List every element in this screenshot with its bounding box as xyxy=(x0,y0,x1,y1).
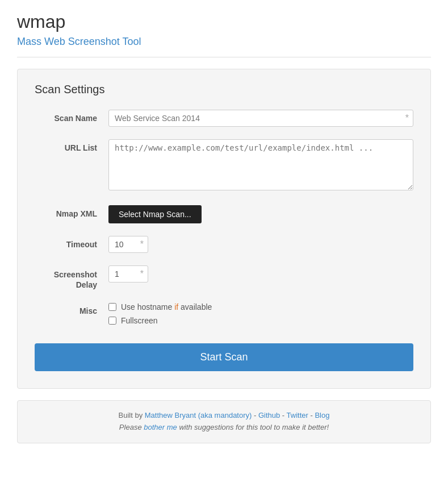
footer-sep3: - xyxy=(308,411,315,419)
footer-sep2: - xyxy=(280,411,286,419)
app-subtitle: Mass Web Screenshot Tool xyxy=(17,36,431,48)
misc-row: Misc Use hostname if available Fullscree… xyxy=(35,302,413,325)
footer-author-link[interactable]: Matthew Bryant (aka mandatory) xyxy=(145,411,252,419)
footer-line2: Please bother me with suggestions for th… xyxy=(27,422,421,434)
scan-name-asterisk: * xyxy=(405,113,409,123)
url-list-label: URL List xyxy=(35,139,108,152)
fullscreen-checkbox[interactable] xyxy=(108,317,116,325)
footer-twitter-link[interactable]: Twitter xyxy=(287,411,308,419)
scan-name-wrapper: * xyxy=(108,110,413,127)
start-scan-button[interactable]: Start Scan xyxy=(35,343,413,371)
footer-suffix: with suggestions for this tool to make i… xyxy=(177,423,329,431)
nmap-xml-label: Nmap XML xyxy=(35,205,108,218)
hostname-if-highlight: if xyxy=(174,302,178,311)
scan-name-control: * xyxy=(108,110,413,127)
timeout-input-wrapper: * xyxy=(108,236,148,253)
misc-label: Misc xyxy=(35,302,108,315)
footer-line1: Built by Matthew Bryant (aka mandatory) … xyxy=(27,410,421,422)
footer-please: Please xyxy=(119,423,144,431)
screenshot-delay-asterisk: * xyxy=(140,269,144,279)
nmap-xml-row: Nmap XML Select Nmap Scan... xyxy=(35,205,413,223)
scan-settings-card: Scan Settings Scan Name * URL List Nmap … xyxy=(17,69,431,389)
use-hostname-label[interactable]: Use hostname if available xyxy=(108,302,413,311)
footer-github-link[interactable]: Github xyxy=(258,411,280,419)
footer-blog-link[interactable]: Blog xyxy=(315,411,329,419)
app-title: wmap xyxy=(17,11,431,32)
fullscreen-label[interactable]: Fullscreen xyxy=(108,316,413,325)
url-list-control xyxy=(108,139,413,193)
nmap-xml-control: Select Nmap Scan... xyxy=(108,205,413,223)
screenshot-delay-input-wrapper: * xyxy=(108,265,148,283)
page-wrapper: wmap Mass Web Screenshot Tool Scan Setti… xyxy=(0,0,448,455)
misc-control: Use hostname if available Fullscreen xyxy=(108,302,413,325)
card-title: Scan Settings xyxy=(35,83,413,96)
fullscreen-text: Fullscreen xyxy=(121,316,158,325)
timeout-label: Timeout xyxy=(35,236,108,249)
screenshot-delay-label: ScreenshotDelay xyxy=(35,265,108,290)
timeout-asterisk: * xyxy=(140,239,144,250)
scan-name-row: Scan Name * xyxy=(35,110,413,127)
footer-card: Built by Matthew Bryant (aka mandatory) … xyxy=(17,400,431,443)
url-list-textarea[interactable] xyxy=(108,139,413,190)
divider xyxy=(17,57,431,57)
footer-sep1: - xyxy=(252,411,258,419)
use-hostname-checkbox[interactable] xyxy=(108,303,116,311)
timeout-row: Timeout * xyxy=(35,236,413,253)
timeout-control: * xyxy=(108,236,413,253)
scan-name-label: Scan Name xyxy=(35,110,108,123)
misc-options: Use hostname if available Fullscreen xyxy=(108,302,413,325)
footer-built-by: Built by xyxy=(119,411,145,419)
use-hostname-text: Use hostname if available xyxy=(121,302,212,311)
screenshot-delay-row: ScreenshotDelay * xyxy=(35,265,413,290)
url-list-row: URL List xyxy=(35,139,413,193)
select-nmap-scan-button[interactable]: Select Nmap Scan... xyxy=(108,205,202,223)
screenshot-delay-control: * xyxy=(108,265,413,283)
scan-name-input[interactable] xyxy=(108,110,413,127)
footer-bother-link[interactable]: bother me xyxy=(144,423,177,431)
